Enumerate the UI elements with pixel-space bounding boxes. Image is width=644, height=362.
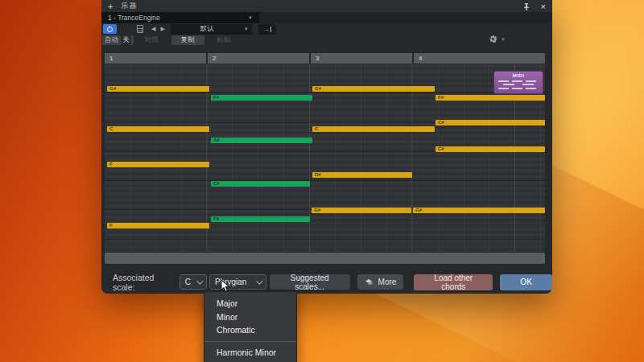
load-other-chords-button[interactable]: Load other chords [414,274,493,290]
window-title: 乐器 [121,1,137,11]
preset-dropdown-label: 默认 [171,24,244,34]
note-bar[interactable]: F# [211,95,312,101]
midi-preview-line [498,88,539,89]
associated-scale-label: Associated scale: [113,273,173,292]
note-bar[interactable]: F [107,223,209,228]
scale-dropdown-menu: MajorMinorChromaticHarmonic MinorMajor P… [204,291,297,362]
grid-column-header[interactable]: 2 [208,53,309,64]
menu-item[interactable]: Harmonic Minor [204,346,296,360]
track-selector[interactable]: 1 - TranceEngine ▼ [101,12,259,23]
bypass-curve-icon[interactable] [122,28,132,33]
compare-button[interactable]: 对照 [145,35,159,45]
preset-file-icon[interactable] [137,25,143,33]
previous-preset-button[interactable]: ◀ [151,26,155,32]
copy-button[interactable]: 复制 [171,35,204,45]
plugin-window: + 乐器 × 1 - TranceEngine ▼ ◀ ▶ 默认 ▼ → [101,0,552,294]
scale-value: Phrygian [215,278,246,286]
more-button-label: More [378,278,397,286]
layers-icon [365,278,374,286]
note-bar[interactable]: G# [107,86,209,92]
auto-value: 关 [121,35,131,45]
grid-column-header[interactable]: 4 [414,53,545,64]
note-bar[interactable]: F [107,162,209,167]
arrow-right-icon: → [263,26,270,33]
note-bar[interactable]: C [312,126,435,132]
next-preset-button[interactable]: ▶ [160,26,164,32]
note-bar[interactable]: G# [312,86,435,92]
note-bar[interactable]: F# [211,216,310,222]
toolbar-row-1: ◀ ▶ 默认 ▼ → [101,23,552,35]
power-button[interactable] [103,24,117,34]
menu-item[interactable]: Major [204,297,296,311]
note-bar[interactable]: G# [312,208,411,213]
midi-preview-line [498,80,539,82]
chevron-down-icon[interactable]: ▼ [501,37,506,42]
insert-button[interactable]: → [258,24,276,35]
gear-icon[interactable] [489,35,497,43]
grid-column-header[interactable]: 1 [105,53,206,64]
note-bar[interactable]: C# [436,120,545,125]
titlebar: + 乐器 × [101,0,552,12]
toolbar-row-2: 自动 关 对照 复制 粘贴 ▼ [101,35,552,45]
chevron-down-icon: ▼ [244,27,249,31]
suggested-scales-button[interactable]: Suggested scales... [270,274,350,290]
root-note-dropdown[interactable]: C [180,274,207,290]
chevron-down-icon [196,278,203,284]
power-icon [107,27,113,32]
desktop-wallpaper: + 乐器 × 1 - TranceEngine ▼ ◀ ▶ 默认 ▼ → [0,0,644,362]
grid-body[interactable]: MIDI G#G#F#F#C#CCA#C#FD#C#G#G#F#F [105,64,545,252]
bottom-toolbar: Associated scale: C Phrygian Suggested s… [101,270,552,294]
preset-row: 1 - TranceEngine ▼ [101,12,552,23]
note-bar[interactable]: C [107,126,209,132]
track-selector-label: 1 - TranceEngine [108,14,160,22]
menu-item[interactable]: Minor [204,311,296,324]
midi-drag-badge[interactable]: MIDI [493,71,543,94]
midi-badge-label: MIDI [494,73,543,78]
note-bar[interactable]: F# [436,95,545,101]
note-bar[interactable]: G# [413,208,545,213]
note-bar[interactable]: A# [211,138,312,143]
grid-header: 1234 [105,53,545,64]
paste-button[interactable]: 粘贴 [217,35,231,45]
chevron-down-icon: ▼ [248,15,253,20]
chevron-down-icon [256,278,262,284]
midi-preview-line [498,84,539,85]
grid-column-header[interactable]: 3 [311,53,412,64]
more-button[interactable]: More [357,274,404,290]
menu-divider [204,341,296,342]
note-bar[interactable]: C# [211,181,310,187]
scale-dropdown[interactable]: Phrygian [209,274,266,290]
ok-button[interactable]: OK [500,274,552,290]
root-note-value: C [185,278,191,286]
menu-item[interactable]: Chromatic [204,323,296,337]
add-icon[interactable]: + [108,2,113,11]
note-bar[interactable]: D# [312,172,412,178]
note-bar[interactable]: C# [436,146,545,152]
pin-icon[interactable] [523,2,530,10]
arrow-bar-icon [270,27,271,32]
auto-toggle[interactable]: 自动 关 [102,35,134,45]
close-icon[interactable]: × [541,2,546,11]
horizontal-scrollbar[interactable] [105,253,545,264]
auto-label: 自动 [105,35,118,45]
menu-item[interactable]: Major Pentatonic [204,359,296,362]
chord-grid: 1234 MIDI G#G#F#F#C#CCA#C#FD#C#G#G#F#F [105,53,545,264]
preset-dropdown[interactable]: 默认 ▼ [171,24,252,35]
